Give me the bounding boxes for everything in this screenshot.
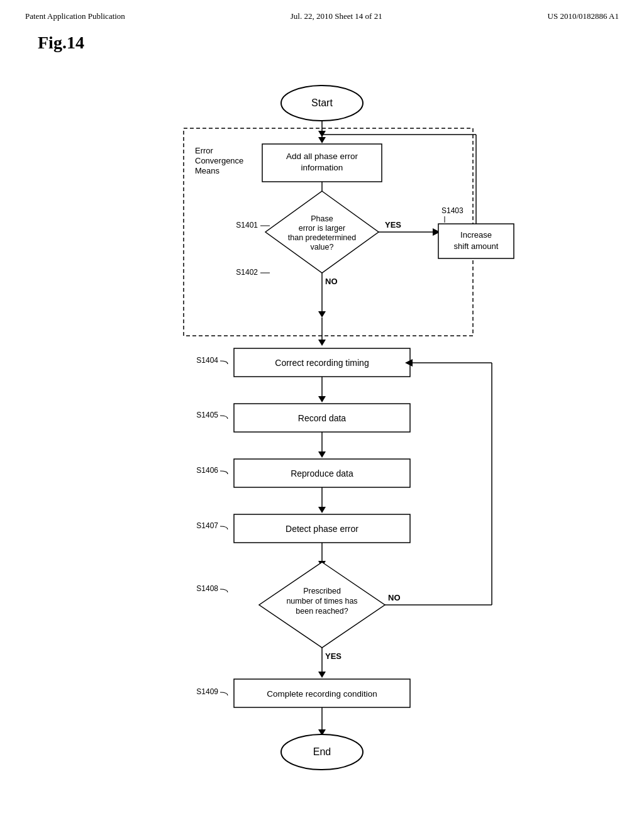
svg-marker-31 (318, 396, 326, 402)
no-label-1: NO (325, 277, 338, 286)
yes-label-2: YES (325, 651, 341, 661)
s1402-label: S1402 (236, 268, 258, 277)
svg-text:Prescribed: Prescribed (303, 587, 341, 595)
svg-marker-26 (318, 311, 326, 318)
s1406-label: S1406 (196, 466, 218, 475)
s1403-label: S1403 (441, 206, 464, 215)
add-phase-label: Add all phase error (286, 152, 358, 161)
header-right: US 2010/0182886 A1 (548, 11, 619, 21)
svg-marker-34 (318, 451, 326, 458)
s1408-label: S1408 (196, 584, 218, 593)
svg-marker-24 (318, 131, 326, 137)
page-header: Patent Application Publication Jul. 22, … (0, 0, 644, 21)
svg-text:Convergence: Convergence (195, 156, 243, 165)
end-label: End (313, 746, 331, 757)
diagram-area: Start Error Convergence Means Add all ph… (0, 65, 644, 788)
svg-text:been reached?: been reached? (296, 607, 348, 616)
s1401-label: S1401 (236, 221, 258, 230)
svg-text:number of times has: number of times has (286, 597, 357, 606)
svg-marker-2 (318, 137, 326, 143)
complete-recording-label: Complete recording condition (267, 689, 377, 699)
svg-text:than predetermined: than predetermined (288, 233, 356, 242)
s1405-label: S1405 (196, 411, 218, 419)
s1404-label: S1404 (196, 356, 218, 365)
yes-label-1: YES (385, 220, 401, 230)
svg-marker-28 (318, 340, 326, 346)
svg-text:error is larger: error is larger (299, 224, 345, 233)
header-left: Patent Application Publication (25, 11, 125, 21)
s1409-label: S1409 (196, 687, 218, 696)
s1407-label: S1407 (196, 521, 218, 530)
start-label: Start (311, 97, 333, 108)
svg-text:Means: Means (195, 166, 220, 175)
flowchart-svg: Start Error Convergence Means Add all ph… (102, 65, 542, 788)
svg-marker-50 (318, 672, 326, 678)
error-convergence-label: Error (195, 146, 214, 155)
svg-text:shift amount: shift amount (454, 241, 499, 251)
correct-timing-label: Correct recording timing (275, 358, 369, 368)
no-label-2: NO (388, 593, 401, 602)
header-middle: Jul. 22, 2010 Sheet 14 of 21 (291, 11, 382, 21)
svg-marker-37 (318, 507, 326, 513)
svg-text:Phase: Phase (311, 214, 333, 223)
svg-text:information: information (301, 163, 343, 172)
detect-phase-label: Detect phase error (286, 524, 358, 534)
figure-title: Fig.14 (0, 21, 644, 53)
svg-text:value?: value? (311, 243, 334, 252)
increase-shift-label: Increase (460, 230, 492, 240)
record-data-label: Record data (298, 413, 346, 423)
reproduce-data-label: Reproduce data (291, 468, 353, 479)
